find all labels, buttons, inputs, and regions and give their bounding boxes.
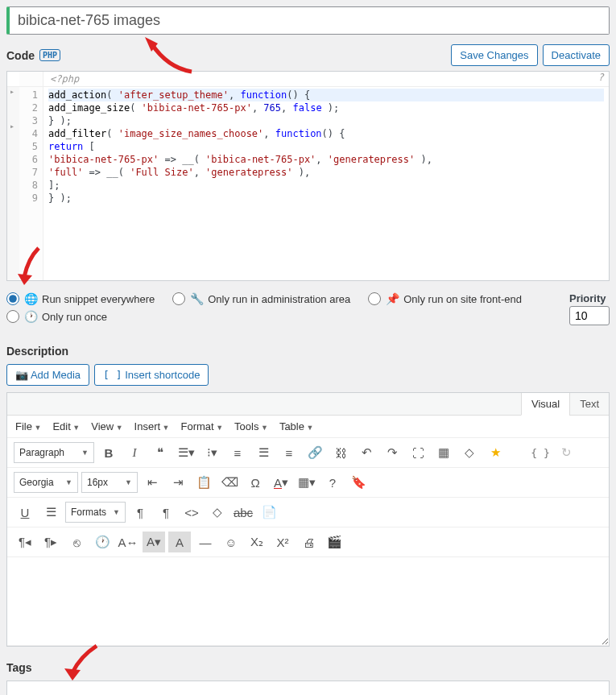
run-once-radio[interactable]	[6, 310, 19, 323]
quote-icon[interactable]: ❝	[149, 442, 172, 463]
link-icon[interactable]: 🔗	[304, 442, 326, 463]
fold-marker-icon[interactable]: ▸	[7, 87, 19, 96]
code-icon[interactable]: <>	[180, 502, 203, 523]
php-badge: PHP	[39, 49, 60, 61]
highlight-icon[interactable]: A	[168, 532, 191, 552]
source-icon[interactable]: ◇	[206, 502, 229, 523]
font-size-select[interactable]: 16px	[81, 472, 138, 493]
more-icon[interactable]: ◇	[458, 442, 481, 463]
run-once-option[interactable]: 🕐 Only run once	[6, 310, 107, 323]
hr-icon[interactable]: —	[194, 532, 217, 552]
ltr-icon[interactable]: ¶◂	[14, 532, 36, 552]
align-center-icon[interactable]: ☰	[252, 442, 275, 463]
formats-select[interactable]: Formats	[65, 502, 126, 523]
star-icon[interactable]: ★	[484, 442, 506, 463]
snippet-title-input[interactable]	[6, 6, 610, 35]
line-numbers: 123456789	[19, 87, 43, 280]
globe-icon: 🌐	[24, 292, 37, 305]
tags-heading: Tags	[6, 661, 610, 674]
code-help-icon[interactable]: ?	[593, 72, 609, 86]
refresh-icon[interactable]: ↻	[555, 442, 577, 463]
visual-tab[interactable]: Visual	[521, 393, 569, 416]
code-section-heading: Code PHP	[6, 49, 60, 62]
indent-icon[interactable]: ⇥	[167, 472, 189, 493]
numbered-list-icon[interactable]: ⁝▾	[201, 442, 223, 463]
editor-menubar: File Edit View Insert Format Tools Table	[7, 416, 609, 438]
copy-icon[interactable]: 📄	[258, 502, 280, 523]
media-icon[interactable]: 🎬	[323, 532, 345, 552]
wrench-icon: 🔧	[190, 292, 203, 305]
rtl-icon[interactable]: ¶▸	[39, 532, 62, 552]
description-heading: Description	[6, 345, 610, 358]
menu-edit[interactable]: Edit	[52, 420, 80, 432]
letter-spacing-icon[interactable]: A↔	[117, 532, 139, 552]
bold-icon[interactable]: B	[97, 442, 120, 463]
toolbar-toggle-icon[interactable]: ▦	[432, 442, 455, 463]
menu-file[interactable]: File	[15, 420, 41, 432]
save-changes-top-button[interactable]: Save Changes	[451, 44, 537, 66]
undo-icon[interactable]: ↶	[355, 442, 378, 463]
strikethrough-icon[interactable]: abc	[232, 502, 254, 523]
tags-input[interactable]	[6, 681, 610, 695]
editor-content[interactable]	[7, 557, 609, 646]
insert-shortcode-button[interactable]: [ ] Insert shortcode	[94, 364, 209, 386]
align-right-icon[interactable]: ≡	[278, 442, 300, 463]
pilcrow-icon[interactable]: ¶	[155, 502, 177, 523]
clear-format-icon[interactable]: ⌫	[218, 472, 241, 493]
bg-color-icon[interactable]: A▾	[143, 532, 165, 552]
print-icon[interactable]: 🖨	[297, 532, 320, 552]
italic-icon[interactable]: I	[123, 442, 146, 463]
run-admin-option[interactable]: 🔧 Only run in administration area	[172, 292, 350, 305]
paragraph-select[interactable]: Paragraph	[14, 442, 94, 463]
anchor-icon[interactable]: ⎋	[65, 532, 88, 552]
fold-marker-icon[interactable]: ▸	[7, 122, 19, 130]
code-braces-icon[interactable]: { }	[529, 442, 552, 463]
brackets-icon: [ ]	[103, 369, 122, 381]
text-tab[interactable]: Text	[569, 393, 609, 415]
run-frontend-radio[interactable]	[368, 292, 381, 305]
outdent-icon[interactable]: ⇤	[141, 472, 163, 493]
align-left-icon[interactable]: ≡	[226, 442, 249, 463]
add-media-button[interactable]: 📷 Add Media	[6, 364, 89, 386]
code-content[interactable]: add_action( 'after_setup_theme', functio…	[43, 87, 609, 280]
justify-icon[interactable]: ☰	[39, 502, 62, 523]
datetime-icon[interactable]: 🕐	[91, 532, 114, 552]
superscript-icon[interactable]: X²	[271, 532, 294, 552]
code-editor[interactable]: <?php ? ▸ ▸ 123456789 add_action( 'after…	[6, 71, 610, 281]
menu-format[interactable]: Format	[181, 420, 224, 432]
menu-table[interactable]: Table	[279, 420, 314, 432]
menu-tools[interactable]: Tools	[234, 420, 268, 432]
deactivate-button[interactable]: Deactivate	[543, 44, 610, 66]
text-color-icon[interactable]: A▾	[270, 472, 292, 493]
pin-icon: 📌	[386, 292, 399, 305]
run-admin-radio[interactable]	[172, 292, 185, 305]
table-icon[interactable]: ▦▾	[296, 472, 318, 493]
run-everywhere-option[interactable]: 🌐 Run snippet everywhere	[6, 292, 155, 305]
code-php-opener: <?php	[43, 72, 593, 86]
font-family-select[interactable]: Georgia	[14, 472, 78, 493]
run-frontend-option[interactable]: 📌 Only run on site front-end	[368, 292, 522, 305]
bookmark-icon[interactable]: 🔖	[347, 472, 370, 493]
emoji-icon[interactable]: ☺	[220, 532, 242, 552]
menu-view[interactable]: View	[91, 420, 122, 432]
subscript-icon[interactable]: X₂	[246, 532, 268, 552]
camera-icon: 📷	[15, 369, 28, 381]
fullscreen-icon[interactable]: ⛶	[407, 442, 429, 463]
unlink-icon[interactable]: ⛓	[329, 442, 352, 463]
help-icon[interactable]: ?	[321, 472, 344, 493]
priority-label: Priority	[569, 292, 610, 304]
special-char-icon[interactable]: Ω	[244, 472, 267, 493]
redo-icon[interactable]: ↷	[381, 442, 403, 463]
paste-icon[interactable]: 📋	[192, 472, 215, 493]
clock-icon: 🕐	[24, 310, 37, 323]
underline-icon[interactable]: U	[14, 502, 36, 523]
paragraph-icon[interactable]: ¶	[129, 502, 151, 523]
priority-input[interactable]	[569, 306, 610, 325]
menu-insert[interactable]: Insert	[134, 420, 170, 432]
run-everywhere-radio[interactable]	[6, 292, 19, 305]
description-editor: Visual Text File Edit View Insert Format…	[6, 392, 610, 647]
bullet-list-icon[interactable]: ☰▾	[175, 442, 197, 463]
